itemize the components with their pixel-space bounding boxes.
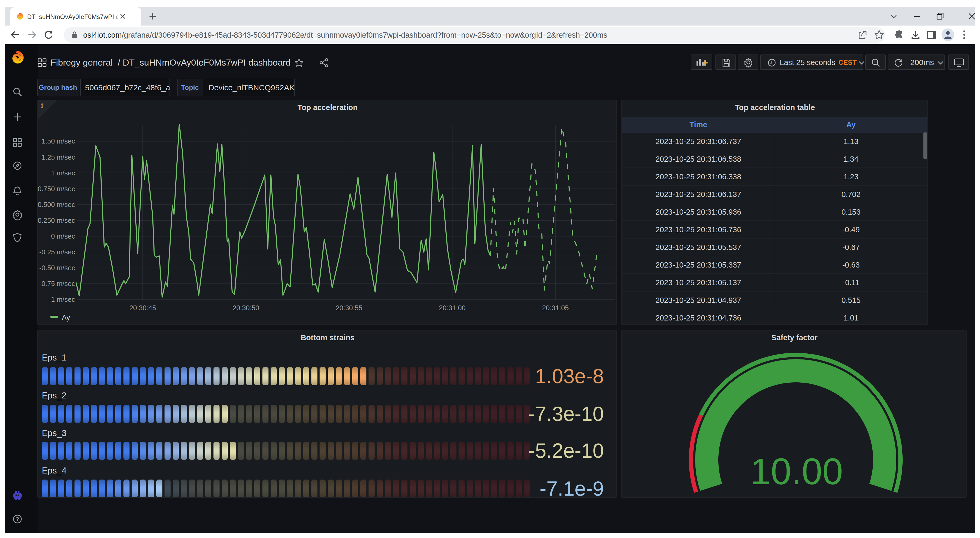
svg-text:0.250 m/sec: 0.250 m/sec — [38, 216, 75, 224]
svg-text:20:31:00: 20:31:00 — [439, 304, 465, 312]
svg-text:0.750 m/sec: 0.750 m/sec — [38, 185, 75, 193]
svg-text:0 m/sec: 0 m/sec — [51, 232, 75, 240]
svg-text:1.50 m/sec: 1.50 m/sec — [41, 137, 75, 145]
svg-text:20:30:50: 20:30:50 — [232, 304, 259, 312]
svg-text:-0.25 m/sec: -0.25 m/sec — [39, 248, 75, 256]
svg-text:20:30:55: 20:30:55 — [336, 304, 362, 312]
svg-text:1 m/sec: 1 m/sec — [51, 169, 75, 177]
svg-text:-0.75 m/sec: -0.75 m/sec — [39, 280, 75, 288]
svg-text:?: ? — [16, 516, 19, 522]
svg-text:Ay: Ay — [62, 314, 70, 322]
svg-text:1.25 m/sec: 1.25 m/sec — [41, 153, 75, 161]
svg-text:0.500 m/sec: 0.500 m/sec — [38, 201, 75, 209]
svg-text:20:30:45: 20:30:45 — [129, 304, 156, 312]
svg-text:-1 m/sec: -1 m/sec — [49, 296, 75, 303]
svg-text:20:31:05: 20:31:05 — [542, 304, 569, 312]
svg-text:-0.50 m/sec: -0.50 m/sec — [39, 264, 75, 272]
